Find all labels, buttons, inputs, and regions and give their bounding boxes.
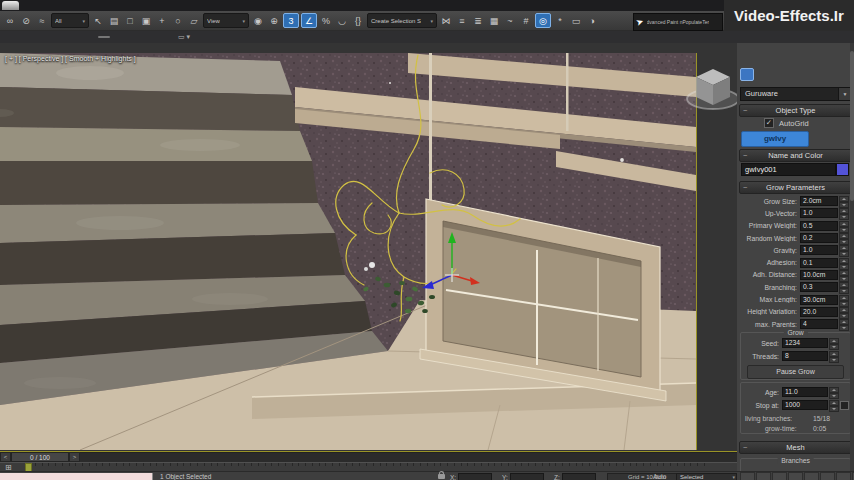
panel-scrollbar[interactable] xyxy=(850,43,854,471)
next-frame-button[interactable]: > xyxy=(69,452,80,462)
select-and-move-icon[interactable]: +▾ xyxy=(155,14,169,28)
parameter-value-field[interactable]: 0.1 xyxy=(800,258,838,268)
parameter-spinner[interactable] xyxy=(839,307,847,317)
parameter-spinner[interactable] xyxy=(839,208,847,218)
display-tab-icon[interactable] xyxy=(808,53,821,65)
selection-lock-icon[interactable] xyxy=(438,474,445,479)
tab-selection[interactable] xyxy=(98,36,110,38)
zoom-extents-icon[interactable] xyxy=(772,472,787,480)
field-of-view-icon[interactable] xyxy=(804,472,819,480)
spinner-snap-icon[interactable]: ◡▾ xyxy=(335,14,349,28)
unlink-selection-icon[interactable]: ⊘▾ xyxy=(19,14,33,28)
select-and-scale-icon[interactable]: ▱▾ xyxy=(187,14,201,28)
shapes-category-icon[interactable] xyxy=(757,68,769,80)
auto-key-button[interactable]: Auto xyxy=(653,473,666,480)
parameter-spinner[interactable] xyxy=(839,270,847,280)
hierarchy-tab-icon[interactable] xyxy=(774,53,787,65)
object-color-swatch[interactable] xyxy=(836,163,849,176)
geometry-category-icon[interactable] xyxy=(740,68,754,81)
motion-tab-icon[interactable] xyxy=(791,53,804,65)
viewport[interactable]: [ + ] [ Perspective ] [ Smooth + Highlig… xyxy=(0,43,737,452)
parameter-spinner[interactable] xyxy=(839,233,847,243)
systems-category-icon[interactable] xyxy=(832,68,844,80)
time-slider-track[interactable] xyxy=(80,452,737,462)
z-coordinate-field[interactable] xyxy=(562,473,596,480)
name-and-color-rollout[interactable]: −Name and Color xyxy=(739,149,852,162)
stop-at-field[interactable]: 1000 xyxy=(782,400,828,410)
view-cube[interactable] xyxy=(682,61,744,117)
ribbon-config-icon[interactable]: ▭ ▾ xyxy=(178,33,190,41)
percent-snap-icon[interactable]: %▾ xyxy=(319,14,333,28)
parameter-value-field[interactable]: 0.2 xyxy=(800,233,838,243)
age-spinner[interactable] xyxy=(829,387,837,397)
viewport-label[interactable]: [ + ] [ Perspective ] [ Smooth + Highlig… xyxy=(5,55,136,62)
curve-editor-icon[interactable]: ~▾ xyxy=(503,14,517,28)
utilities-tab-icon[interactable] xyxy=(825,53,838,65)
helpers-category-icon[interactable] xyxy=(802,68,814,80)
cameras-category-icon[interactable] xyxy=(787,68,799,80)
schematic-view-icon[interactable]: #▾ xyxy=(519,14,533,28)
parameter-value-field[interactable]: 30.0cm xyxy=(800,295,838,305)
bind-to-space-warp-icon[interactable]: ≈▾ xyxy=(35,14,49,28)
align-icon[interactable]: ≡▾ xyxy=(455,14,469,28)
plugin-category-dropdown[interactable]: Guruware ▼ xyxy=(740,87,852,101)
age-field[interactable]: 11.0 xyxy=(782,387,828,397)
reference-coordinate-dropdown[interactable]: View▾ xyxy=(203,13,249,28)
parameter-value-field[interactable]: 0.5 xyxy=(800,221,838,231)
parameter-spinner[interactable] xyxy=(839,258,847,268)
pan-icon[interactable] xyxy=(820,472,835,480)
grow-parameters-rollout[interactable]: −Grow Parameters xyxy=(739,181,852,194)
parameter-spinner[interactable] xyxy=(839,196,847,206)
zoom-extents-all-icon[interactable] xyxy=(788,472,803,480)
pause-grow-button[interactable]: Pause Grow xyxy=(747,365,844,379)
use-pivot-center-icon[interactable]: ◉▾ xyxy=(251,14,265,28)
time-slider-grip[interactable]: 0 / 100 xyxy=(11,452,69,462)
threads-field[interactable]: 8 xyxy=(782,351,828,361)
parameter-value-field[interactable]: 2.0cm xyxy=(800,196,838,206)
parameter-spinner[interactable] xyxy=(839,282,847,292)
tab-graphite-modeling-tools[interactable] xyxy=(14,36,26,38)
maxscript-mini-listener[interactable] xyxy=(0,473,153,480)
zoom-icon[interactable] xyxy=(740,472,755,480)
select-by-name-icon[interactable]: ▤▾ xyxy=(107,14,121,28)
selection-region-icon[interactable]: □▾ xyxy=(123,14,137,28)
mesh-rollout[interactable]: −Mesh xyxy=(739,441,852,454)
rendered-frame-icon[interactable]: ▭▾ xyxy=(569,14,583,28)
parameter-value-field[interactable]: 4 xyxy=(800,319,838,329)
layer-manager-icon[interactable]: ≣▾ xyxy=(471,14,485,28)
named-selection-dropdown[interactable]: Create Selection S▾ xyxy=(367,13,437,28)
select-and-manipulate-icon[interactable]: ⊕▾ xyxy=(267,14,281,28)
parameter-value-field[interactable]: 1.0 xyxy=(800,245,838,255)
lights-category-icon[interactable] xyxy=(772,68,784,80)
autogrid-checkbox[interactable]: ✓ xyxy=(764,118,774,128)
gwivy-create-button[interactable]: gwIvy xyxy=(741,131,809,147)
graphite-ribbon-icon[interactable]: ▦▾ xyxy=(487,14,501,28)
window-crossing-icon[interactable]: ▣▾ xyxy=(139,14,153,28)
orbit-icon[interactable] xyxy=(836,472,851,480)
material-editor-icon[interactable]: ◎▾ xyxy=(535,13,551,28)
parameter-value-field[interactable]: 20.0 xyxy=(800,307,838,317)
tab-freeform[interactable] xyxy=(56,36,68,38)
create-tab-icon[interactable] xyxy=(740,53,753,65)
previous-frame-button[interactable]: < xyxy=(0,452,11,462)
parameter-value-field[interactable]: 10.0cm xyxy=(800,270,838,280)
threads-spinner[interactable] xyxy=(829,351,837,361)
seed-field[interactable]: 1234 xyxy=(782,338,828,348)
select-object-icon[interactable]: ↖▾ xyxy=(91,14,105,28)
seed-spinner[interactable] xyxy=(829,338,837,348)
parameter-spinner[interactable] xyxy=(839,295,847,305)
render-setup-icon[interactable]: *▾ xyxy=(553,14,567,28)
y-coordinate-field[interactable] xyxy=(510,473,544,480)
parameter-value-field[interactable]: 1.0 xyxy=(800,208,838,218)
object-type-rollout[interactable]: −Object Type xyxy=(739,104,852,117)
application-button[interactable] xyxy=(2,1,19,10)
mirror-icon[interactable]: ⋈▾ xyxy=(439,14,453,28)
plugin-toolbar-box[interactable]: ➤ dvanced Paint nPopulateTer xyxy=(633,13,723,31)
tab-object-paint[interactable] xyxy=(140,36,152,38)
selection-filter-dropdown[interactable]: All▾ xyxy=(51,13,89,28)
edit-named-sets-icon[interactable]: {}▾ xyxy=(351,14,365,28)
stop-at-checkbox[interactable] xyxy=(840,401,849,410)
modify-tab-icon[interactable] xyxy=(757,53,770,65)
key-filter-dropdown[interactable]: Selected▾ xyxy=(676,473,737,480)
x-coordinate-field[interactable] xyxy=(458,473,492,480)
